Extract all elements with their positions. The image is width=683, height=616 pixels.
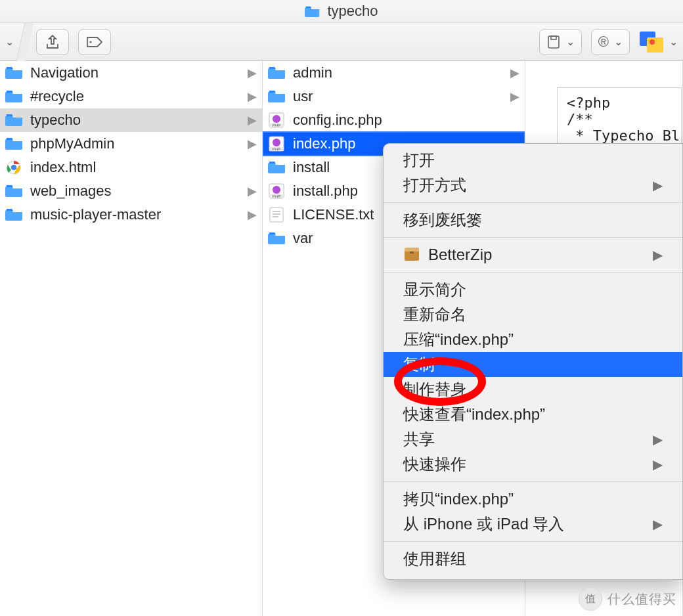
archive-icon [546, 34, 561, 50]
chevron-right-icon: ▶ [248, 113, 257, 127]
list-item[interactable]: admin▶ [263, 61, 525, 85]
column-1[interactable]: Navigation▶#recycle▶typecho▶phpMyAdmin▶i… [0, 61, 263, 616]
menu-item[interactable]: 打开方式▶ [384, 173, 682, 198]
preview-line: <?php [567, 95, 610, 111]
menu-separator [384, 237, 682, 238]
watermark-text: 什么值得买 [607, 590, 676, 608]
chevron-down-icon: ⌄ [566, 35, 575, 48]
menu-item-label: 快速查看“index.php” [403, 404, 545, 425]
list-item[interactable]: config.inc.php [263, 108, 525, 132]
item-label: phpMyAdmin [30, 135, 114, 152]
share-button[interactable] [36, 29, 69, 55]
item-label: install.php [293, 183, 358, 200]
list-item[interactable]: usr▶ [263, 85, 525, 108]
registered-icon: ® [598, 33, 609, 51]
file-preview: <?php /** * Typecho Bl [557, 87, 682, 151]
menu-item-label: 使用群组 [403, 548, 466, 569]
folder-icon [5, 112, 24, 128]
list-item[interactable]: web_images▶ [0, 179, 262, 203]
item-label: music-player-master [30, 206, 161, 223]
php-icon [268, 136, 286, 152]
menu-item-label: 快速操作 [403, 454, 466, 475]
menu-item[interactable]: 压缩“index.php” [384, 327, 682, 352]
chevron-down-icon: ⌄ [669, 35, 678, 48]
context-menu[interactable]: 打开打开方式▶移到废纸篓BetterZip▶显示简介重新命名压缩“index.p… [383, 143, 683, 580]
menu-item[interactable]: 快速查看“index.php” [384, 402, 682, 427]
toolbar-divider [16, 23, 33, 61]
menu-item-label: BetterZip [428, 246, 492, 264]
item-label: #recycle [30, 88, 84, 105]
svg-point-0 [89, 41, 91, 43]
chevron-down-icon: ⌄ [614, 35, 623, 48]
menu-item[interactable]: 打开 [384, 148, 682, 173]
menu-item-label: 拷贝“index.php” [403, 489, 514, 510]
chevron-right-icon: ▶ [248, 137, 257, 151]
menu-item[interactable]: 快速操作▶ [384, 452, 682, 477]
chevron-right-icon: ▶ [653, 431, 663, 447]
window-titlebar: typecho [0, 0, 683, 23]
toolbar-overflow-left[interactable]: ⌄ [5, 35, 14, 48]
window-title: typecho [327, 3, 378, 20]
watermark: 值 什么值得买 [579, 587, 676, 611]
menu-item[interactable]: 复制 [384, 352, 682, 377]
registered-dropdown[interactable]: ® ⌄ [591, 29, 630, 55]
menu-item-label: 制作替身 [403, 379, 466, 400]
box-icon [403, 246, 420, 263]
tags-button[interactable] [78, 29, 111, 55]
folder-icon [305, 5, 320, 18]
item-label: usr [293, 88, 313, 105]
php-icon [268, 112, 286, 128]
folder-icon [5, 136, 24, 152]
menu-item-label: 显示简介 [403, 279, 466, 300]
folder-icon [5, 207, 24, 223]
list-item[interactable]: phpMyAdmin▶ [0, 132, 262, 156]
menu-item[interactable]: 重新命名 [384, 302, 682, 327]
menu-item-label: 移到废纸篓 [403, 209, 482, 231]
folder-icon [5, 89, 24, 104]
list-item[interactable]: music-player-master▶ [0, 203, 262, 227]
chevron-right-icon: ▶ [653, 456, 663, 472]
menu-item[interactable]: 移到废纸篓 [384, 208, 682, 232]
menu-item[interactable]: 制作替身 [384, 377, 682, 402]
menu-separator [384, 481, 682, 482]
menu-item-label: 共享 [403, 429, 435, 450]
menu-separator [384, 202, 682, 203]
preview-line: /** [567, 111, 593, 127]
chrome-icon [5, 160, 24, 175]
apps-dropdown[interactable]: ⌄ [639, 29, 678, 55]
menu-item[interactable]: 显示简介 [384, 277, 682, 302]
menu-separator [384, 272, 682, 273]
menu-item[interactable]: 拷贝“index.php” [384, 487, 682, 512]
list-item[interactable]: index.html [0, 156, 262, 179]
menu-item-label: 打开方式 [403, 175, 466, 196]
folder-icon [268, 231, 286, 246]
folder-icon [268, 160, 286, 175]
chevron-right-icon: ▶ [510, 89, 519, 104]
folder-icon [268, 65, 286, 81]
chevron-right-icon: ▶ [248, 208, 257, 222]
svg-rect-1 [548, 36, 559, 48]
item-label: install [293, 159, 330, 176]
chevron-right-icon: ▶ [653, 516, 663, 532]
chevron-right-icon: ▶ [248, 66, 257, 80]
item-label: index.php [293, 135, 355, 152]
chevron-right-icon: ▶ [653, 247, 663, 263]
menu-item-label: 压缩“index.php” [403, 329, 514, 350]
chevron-right-icon: ▶ [653, 177, 663, 193]
list-item[interactable]: typecho▶ [0, 108, 262, 132]
item-label: Navigation [30, 64, 99, 81]
storage-dropdown[interactable]: ⌄ [539, 29, 582, 55]
folder-icon [5, 65, 24, 81]
chevron-right-icon: ▶ [510, 66, 519, 80]
item-label: index.html [30, 159, 96, 176]
menu-item[interactable]: 使用群组 [384, 546, 682, 571]
php-icon [268, 183, 286, 199]
list-item[interactable]: #recycle▶ [0, 85, 262, 108]
svg-rect-2 [551, 36, 556, 39]
list-item[interactable]: Navigation▶ [0, 61, 262, 85]
item-label: web_images [30, 183, 112, 200]
tag-icon [86, 35, 103, 49]
menu-item[interactable]: BetterZip▶ [384, 242, 682, 267]
menu-item[interactable]: 从 iPhone 或 iPad 导入▶ [384, 512, 682, 537]
menu-item[interactable]: 共享▶ [384, 427, 682, 452]
